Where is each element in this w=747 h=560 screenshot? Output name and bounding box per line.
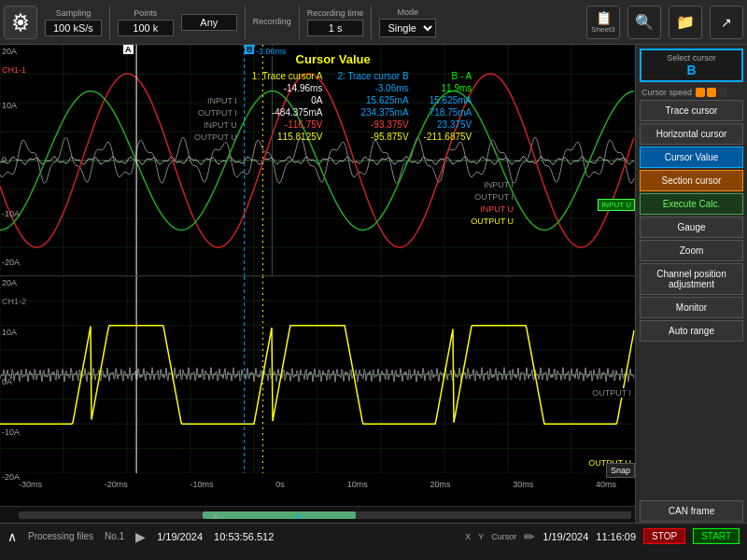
cursor-speed-label: Cursor speed [641, 88, 692, 97]
cursor-row-label: OUTPUT I [187, 106, 245, 119]
sheet3-button[interactable]: 📋 Sheet3 [586, 6, 620, 39]
cursor-a-tag: A [123, 45, 134, 54]
speed-dot-1 [696, 88, 705, 97]
toolbar: Sampling 100 kS/s Points 100 k Any Recor… [0, 0, 747, 45]
speed-dots [696, 88, 727, 97]
recording-time-label: Recording time [307, 8, 364, 18]
export-button[interactable]: ↗ [710, 6, 743, 39]
timeline: A B [0, 506, 635, 523]
status-date: 1/19/2024 [157, 531, 203, 542]
cursor-row-label: INPUT I [187, 94, 245, 106]
recording-section: Recording [253, 17, 291, 28]
statusbar: ∧ Processing files No.1 ▶ 1/19/2024 10:5… [0, 523, 747, 549]
auto-range-button[interactable]: Auto range [640, 320, 743, 342]
svg-point-0 [18, 20, 23, 25]
cursor-row-b: 234.375mA [330, 106, 416, 119]
cursor-row-diff: 718.75mA [416, 106, 480, 119]
cursor-value-title: Cursor Value [187, 52, 479, 66]
x-cursor-label: X [465, 532, 471, 541]
stop-button[interactable]: STOP [643, 528, 685, 544]
points-section: Points 100 k [118, 8, 174, 36]
chart-bottom: 20A CH1-2 10A 0A -10A -20A -30ms -20ms -… [0, 276, 635, 507]
sampling-section: Sampling 100 kS/s [45, 8, 102, 36]
edit-icon[interactable]: ✏ [524, 529, 535, 544]
bottom-y-min: -20A [2, 472, 20, 482]
y-cursor-label: Y [478, 532, 484, 541]
cursor-row-b: -95.875V [330, 131, 416, 143]
can-frame-button[interactable]: CAN frame [640, 500, 743, 522]
input-u-label: INPUT U [480, 204, 514, 214]
horizontal-cursor-button[interactable]: Horizontal cursor [640, 123, 743, 145]
cursor-table: 1: Trace cursor A 2: Trace cursor B B - … [187, 70, 479, 143]
top-ch-label: CH1-1 [2, 65, 26, 75]
bottom-ch-label: CH1-2 [2, 297, 26, 306]
x-label-4: 10ms [347, 480, 368, 489]
points-value[interactable]: 100 k [118, 20, 174, 36]
x-axis-labels: -30ms -20ms -10ms 0s 10ms 20ms 30ms 40ms [19, 480, 616, 489]
cursor-row-a: 115.8125V [245, 131, 331, 143]
cursor-row-label: OUTPUT U [187, 131, 245, 143]
search-icon: 🔍 [635, 13, 654, 31]
recording-time-value[interactable]: 1 s [307, 20, 363, 36]
export-icon: ↗ [721, 15, 732, 30]
gear-button[interactable] [4, 6, 37, 39]
input-u-exec-label: INPUT U [598, 199, 635, 211]
timeline-track [19, 511, 631, 519]
mode-section: Mode Single [379, 7, 436, 37]
any-value[interactable]: Any [181, 14, 237, 31]
gauge-button[interactable]: Gauge [640, 217, 743, 238]
right-panel: Select cursor B Cursor speed Trace curso… [635, 45, 747, 523]
monitor-button[interactable]: Monitor [640, 297, 743, 318]
chart-area: 20A CH1-1 10A 0 -10A -20A INPUT I OUTPUT… [0, 45, 635, 523]
status-date-right: 1/19/2024 [543, 531, 588, 542]
status-time: 10:53:56.512 [214, 531, 274, 542]
bottom-y-mid-pos: 10A [2, 328, 17, 337]
recording-label: Recording [253, 17, 291, 26]
col-label-header [187, 70, 245, 82]
recording-time-section: Recording time 1 s [307, 8, 364, 36]
execute-calc-button[interactable]: Execute Calc. [640, 193, 743, 215]
bottom-y-max: 20A [2, 278, 17, 287]
cursor-speed-row: Cursor speed [636, 86, 747, 99]
top-y-min: -20A [2, 258, 20, 267]
zoom-button[interactable]: Zoom [640, 240, 743, 261]
mode-label: Mode [398, 7, 419, 17]
bottom-y-mid-neg: -10A [2, 427, 20, 437]
time-b: -3.06ms [330, 82, 416, 94]
top-y-mid-neg: -10A [2, 209, 20, 218]
section-cursor-button[interactable]: Section cursor [640, 170, 743, 191]
cursor-row-a: 0A [245, 94, 331, 106]
time-diff: 11.9ms [416, 82, 480, 94]
x-label-3: 0s [275, 480, 285, 489]
bottom-y-zero: 0A [2, 377, 12, 386]
cursor-row-label: INPUT U [187, 119, 245, 131]
snap-button[interactable]: Snap [606, 463, 635, 478]
mode-select[interactable]: Single [379, 19, 436, 37]
x-label-0: -30ms [19, 480, 42, 489]
time-a: -14.96ms [245, 82, 331, 94]
cursor-row-b: 15.625mA [330, 94, 416, 106]
top-y-zero: 0 [2, 155, 7, 164]
col1-header: 1: Trace cursor A [245, 70, 331, 82]
search-button[interactable]: 🔍 [627, 6, 661, 39]
arrow-up-button[interactable]: ∧ [7, 529, 17, 544]
timeline-a-marker: A [213, 512, 218, 521]
timeline-b-marker: B [295, 512, 300, 521]
x-label-5: 20ms [430, 480, 450, 489]
speed-dot-3 [718, 88, 727, 97]
folder-icon: 📁 [676, 13, 695, 31]
folder-button[interactable]: 📁 [669, 6, 702, 39]
trace-cursor-button[interactable]: Trace cursor [640, 100, 743, 121]
timeline-window [203, 511, 356, 519]
channel-position-button[interactable]: Channel position adjustment [640, 263, 743, 295]
start-button[interactable]: START [693, 528, 740, 544]
points-label: Points [134, 8, 157, 18]
x-label-1: -20ms [105, 480, 128, 489]
sampling-value[interactable]: 100 kS/s [45, 20, 102, 36]
cursor-row-b: -93.375V [330, 119, 416, 131]
cursor-value-button[interactable]: Cursor Value [640, 147, 743, 168]
select-cursor-value: B [644, 63, 739, 77]
col3-header: B - A [416, 70, 480, 82]
cursor-row-diff: 15.625mA [416, 94, 480, 106]
select-cursor-box: Select cursor B [640, 49, 743, 82]
